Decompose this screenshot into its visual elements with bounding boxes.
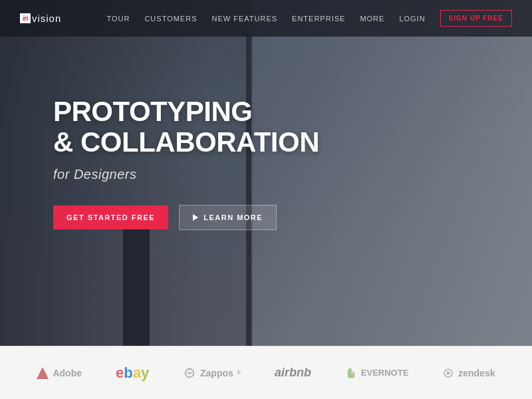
nav-login[interactable]: LOGIN — [399, 15, 425, 23]
client-zappos: Zappos ® — [183, 368, 241, 378]
logo[interactable]: in vision — [20, 13, 61, 24]
client-airbnb: airbnb — [275, 366, 311, 380]
nav-tour[interactable]: TOUR — [106, 15, 130, 23]
zendesk-icon — [442, 367, 454, 379]
person-silhouette — [123, 226, 150, 346]
evernote-icon — [345, 367, 357, 379]
hero-title-line1: PROTOTYPING — [53, 96, 252, 127]
hero-title: PROTOTYPING & COLLABORATION — [53, 96, 332, 158]
hero-buttons: GET STARTED FREE LEARN MORE — [53, 205, 532, 230]
signup-button[interactable]: SIGN UP FREE — [440, 10, 512, 27]
zendesk-label: zendesk — [458, 368, 495, 378]
zappos-registered: ® — [237, 370, 241, 375]
client-ebay: ebay — [116, 364, 149, 382]
client-adobe: Adobe — [37, 367, 82, 379]
learn-more-label: LEARN MORE — [203, 213, 263, 221]
navbar: in vision TOUR CUSTOMERS NEW FEATURES EN… — [0, 0, 532, 37]
nav-customers[interactable]: CUSTOMERS — [144, 15, 197, 23]
hero-title-line2: & COLLABORATION — [53, 126, 319, 158]
ebay-label: ebay — [116, 364, 149, 382]
clients-bar: Adobe ebay Zappos ® airbnb EVERNOTE zend… — [0, 346, 532, 399]
client-evernote: EVERNOTE — [345, 367, 409, 379]
airbnb-label: airbnb — [275, 366, 311, 380]
hero-section: in vision TOUR CUSTOMERS NEW FEATURES EN… — [0, 0, 532, 346]
logo-in: in — [23, 15, 28, 22]
nav-more[interactable]: MORE — [360, 15, 384, 23]
learn-more-button[interactable]: LEARN MORE — [179, 205, 277, 230]
get-started-button[interactable]: GET STARTED FREE — [53, 205, 168, 229]
hero-content: PROTOTYPING & COLLABORATION for Designer… — [0, 37, 532, 230]
client-zendesk: zendesk — [442, 367, 495, 379]
adobe-label: Adobe — [53, 368, 82, 378]
adobe-icon — [37, 367, 49, 379]
svg-marker-0 — [37, 367, 49, 379]
nav-enterprise[interactable]: ENTERPRISE — [292, 15, 345, 23]
nav-new-features[interactable]: NEW FEATURES — [212, 15, 278, 23]
logo-box: in — [20, 13, 31, 23]
zappos-label: Zappos — [200, 368, 233, 378]
logo-vision: vision — [32, 13, 61, 24]
evernote-label: EVERNOTE — [361, 368, 409, 378]
hero-subtitle: for Designers — [53, 167, 532, 182]
zappos-icon — [183, 368, 196, 378]
nav-links: TOUR CUSTOMERS NEW FEATURES ENTERPRISE M… — [106, 10, 512, 27]
play-icon — [193, 214, 198, 221]
